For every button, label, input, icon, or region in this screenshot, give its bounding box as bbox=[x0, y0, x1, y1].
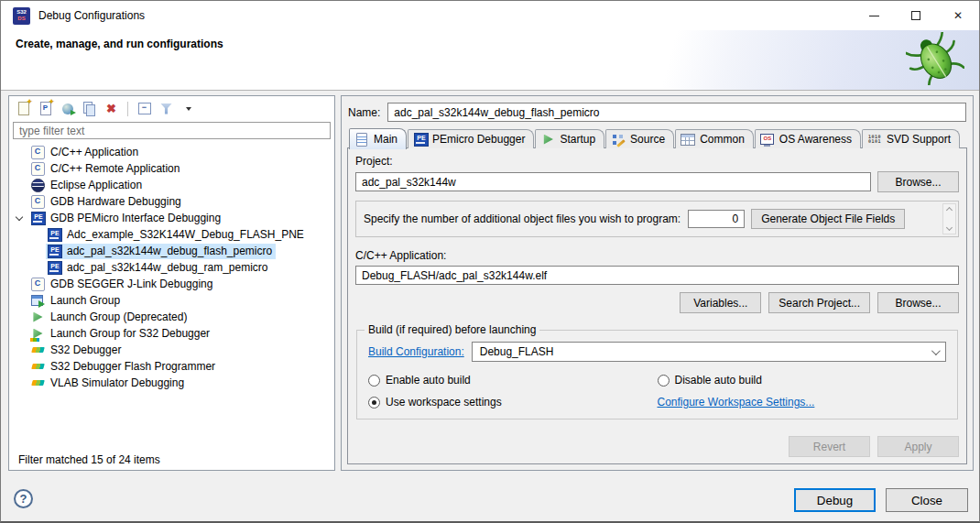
object-files-text: Specify the number of additional object … bbox=[364, 212, 681, 225]
capp-icon bbox=[30, 195, 45, 209]
tree-item[interactable]: S32 Debugger Flash Programmer bbox=[9, 358, 334, 375]
generate-object-file-fields-button[interactable]: Generate Object File Fields bbox=[751, 209, 905, 229]
tree-item[interactable]: GDB Hardware Debugging bbox=[9, 193, 334, 210]
main-tab-content: Project: Browse... Specify the number of… bbox=[347, 147, 967, 464]
radio-label: Use workspace settings bbox=[386, 396, 502, 409]
tree-item-label: C/C++ Remote Application bbox=[50, 162, 180, 175]
tab-svd-support[interactable]: SVD Support bbox=[862, 129, 960, 148]
duplicate-configuration-icon[interactable] bbox=[82, 101, 97, 116]
minimize-icon bbox=[869, 16, 879, 16]
nxp-icon bbox=[30, 360, 45, 374]
capp-icon bbox=[30, 146, 45, 159]
tree-item-label: VLAB Simulator Debugging bbox=[50, 376, 184, 389]
twisty[interactable] bbox=[9, 217, 29, 220]
build-group-legend: Build (if required) before launching bbox=[365, 323, 539, 336]
tree-item-label: Launch Group for S32 Debugger bbox=[50, 327, 210, 340]
close-dialog-button[interactable]: Close bbox=[886, 488, 968, 512]
tree-item-label: GDB SEGGER J-Link Debugging bbox=[50, 278, 212, 290]
revert-button[interactable]: Revert bbox=[789, 436, 870, 457]
close-icon: ✕ bbox=[953, 10, 963, 21]
tab-startup[interactable]: Startup bbox=[535, 129, 604, 148]
menu-dropdown-icon[interactable] bbox=[180, 101, 196, 116]
tree-item[interactable]: Launch Group (Deprecated) bbox=[9, 309, 334, 325]
tab-os-awareness[interactable]: OS Awareness bbox=[755, 129, 861, 148]
radio-selected-icon bbox=[368, 397, 380, 409]
config-toolbar bbox=[9, 96, 334, 121]
debug-configurations-window: S32 DS Debug Configurations ✕ Create, ma… bbox=[0, 0, 980, 523]
scroll-down-icon[interactable] bbox=[946, 224, 953, 231]
debug-button[interactable]: Debug bbox=[794, 488, 876, 512]
object-files-count-input[interactable] bbox=[688, 210, 745, 228]
tree-item[interactable]: Adc_example_S32K144W_Debug_FLASH_PNE bbox=[9, 226, 334, 243]
variables-button[interactable]: Variables... bbox=[680, 292, 761, 313]
new-configuration-icon[interactable] bbox=[16, 101, 31, 116]
configuration-detail-panel: Name: MainPEmicro DebuggerStartupSourceC… bbox=[341, 95, 974, 471]
mini-scrollbar[interactable] bbox=[942, 203, 956, 234]
tab-source[interactable]: Source bbox=[605, 129, 674, 148]
close-button[interactable]: ✕ bbox=[937, 1, 979, 30]
build-configuration-link[interactable]: Build Configuration: bbox=[368, 345, 464, 358]
new-prototype-icon[interactable] bbox=[38, 101, 53, 116]
cpp-application-label: C/C++ Application: bbox=[355, 249, 959, 262]
tree-item[interactable]: adc_pal_s32k144w_debug_flash_pemicro bbox=[9, 243, 334, 259]
config-tree: C/C++ ApplicationC/C++ Remote Applicatio… bbox=[9, 144, 334, 391]
play-icon bbox=[540, 133, 555, 147]
window-controls: ✕ bbox=[853, 1, 979, 30]
filter-icon[interactable] bbox=[158, 101, 174, 116]
tree-item[interactable]: GDB SEGGER J-Link Debugging bbox=[9, 276, 334, 292]
capp-icon bbox=[30, 162, 45, 176]
project-input[interactable] bbox=[355, 172, 871, 191]
cpp-application-input[interactable] bbox=[355, 266, 959, 285]
configure-workspace-settings-link[interactable]: Configure Workspace Settings... bbox=[658, 396, 815, 409]
app-browse-button[interactable]: Browse... bbox=[877, 292, 959, 313]
enable-auto-build-radio[interactable]: Enable auto build bbox=[368, 374, 658, 387]
tree-item[interactable]: S32 Debugger bbox=[9, 342, 334, 358]
minimize-button[interactable] bbox=[853, 1, 895, 30]
tree-item[interactable]: C/C++ Application bbox=[9, 144, 334, 160]
tree-item[interactable]: Eclipse Application bbox=[9, 177, 334, 193]
help-button[interactable]: ? bbox=[14, 489, 33, 508]
window-title: Debug Configurations bbox=[38, 9, 145, 22]
tab-pemicro-debugger[interactable]: PEmicro Debugger bbox=[408, 129, 534, 148]
question-icon: ? bbox=[20, 492, 27, 506]
tab-common[interactable]: Common bbox=[675, 129, 754, 148]
tree-item-label: adc_pal_s32k144w_debug_ram_pemicro bbox=[67, 261, 267, 274]
project-label: Project: bbox=[355, 155, 959, 168]
maximize-button[interactable] bbox=[895, 1, 937, 30]
pe-icon bbox=[47, 261, 61, 275]
eclipse-icon bbox=[30, 179, 45, 192]
tree-item[interactable]: Launch Group for S32 Debugger bbox=[9, 325, 334, 342]
tree-item[interactable]: GDB PEMicro Interface Debugging bbox=[9, 210, 334, 226]
tab-main[interactable]: Main bbox=[349, 128, 407, 149]
search-project-button[interactable]: Search Project... bbox=[768, 292, 870, 313]
tab-label: Source bbox=[630, 133, 665, 146]
tree-item-label: S32 Debugger bbox=[50, 343, 121, 356]
filter-input[interactable] bbox=[13, 122, 331, 139]
tab-label: Common bbox=[700, 133, 745, 146]
tree-item[interactable]: C/C++ Remote Application bbox=[9, 160, 334, 177]
apply-button[interactable]: Apply bbox=[877, 436, 959, 457]
radio-icon bbox=[368, 375, 380, 387]
export-configuration-icon[interactable] bbox=[60, 101, 75, 116]
table-icon bbox=[681, 133, 695, 147]
nxp-icon bbox=[30, 376, 45, 390]
tree-item-label: GDB Hardware Debugging bbox=[50, 195, 181, 208]
delete-configuration-icon[interactable] bbox=[103, 101, 119, 116]
disable-auto-build-radio[interactable]: Disable auto build bbox=[658, 374, 947, 387]
tree-item-label: Launch Group bbox=[50, 294, 120, 307]
chevron-down-icon bbox=[931, 346, 941, 355]
tree-item[interactable]: Launch Group bbox=[9, 292, 334, 309]
use-workspace-settings-radio[interactable]: Use workspace settings bbox=[368, 396, 658, 409]
tree-item[interactable]: adc_pal_s32k144w_debug_ram_pemicro bbox=[9, 259, 334, 276]
page-title: Create, manage, and run configurations bbox=[16, 38, 223, 50]
os-icon bbox=[760, 133, 775, 147]
build-config-select[interactable]: Debug_FLASH bbox=[472, 342, 946, 362]
name-input[interactable] bbox=[387, 103, 966, 122]
maximize-icon bbox=[911, 11, 920, 20]
scroll-up-icon[interactable] bbox=[946, 207, 953, 213]
project-browse-button[interactable]: Browse... bbox=[877, 171, 959, 192]
playnxp-icon bbox=[30, 327, 45, 341]
svd-icon bbox=[867, 133, 882, 147]
tree-item[interactable]: VLAB Simulator Debugging bbox=[9, 375, 334, 391]
collapse-all-icon[interactable] bbox=[136, 101, 152, 116]
